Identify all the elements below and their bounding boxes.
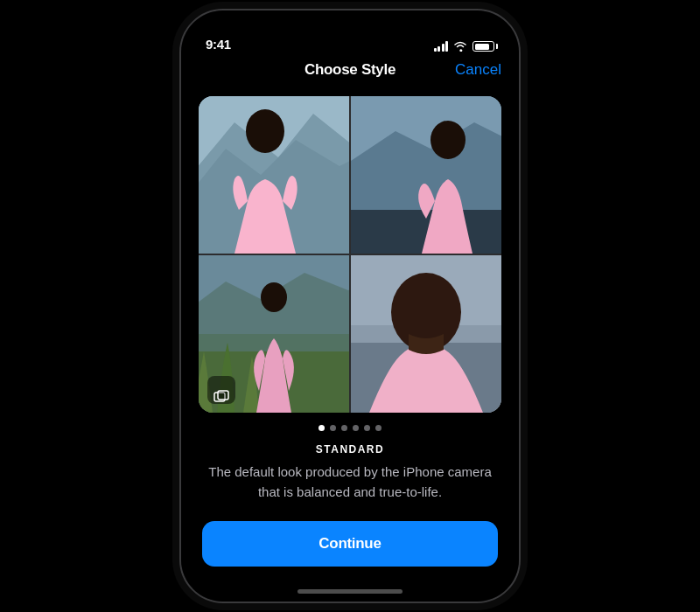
nav-title: Choose Style: [304, 61, 396, 79]
continue-btn-container: Continue: [181, 521, 519, 581]
signal-bar-2: [438, 46, 440, 52]
style-description: The default look produced by the iPhone …: [207, 462, 493, 502]
photo-cell-4[interactable]: [351, 255, 501, 413]
photo-cell-2[interactable]: [351, 96, 501, 254]
pagination-dots: [181, 413, 519, 440]
battery-fill: [475, 44, 489, 50]
svg-point-12: [261, 282, 287, 312]
battery-icon: [472, 41, 494, 52]
cancel-button[interactable]: Cancel: [455, 61, 501, 79]
pagination-dot-5[interactable]: [375, 425, 382, 431]
spacer: [181, 511, 519, 521]
svg-point-3: [246, 109, 284, 153]
svg-rect-14: [218, 391, 228, 400]
signal-bars-icon: [434, 41, 449, 52]
wifi-icon: [453, 41, 467, 52]
signal-bar-4: [445, 41, 448, 52]
status-icons: [434, 41, 495, 52]
phone-frame: 9:41: [179, 9, 521, 603]
style-info: STANDARD The default look produced by th…: [181, 440, 519, 511]
pagination-dot-1[interactable]: [330, 425, 336, 431]
photo-grid-container: [199, 96, 501, 413]
continue-button[interactable]: Continue: [202, 521, 498, 567]
pagination-dot-4[interactable]: [364, 425, 370, 431]
pagination-dot-3[interactable]: [353, 425, 359, 431]
style-name: STANDARD: [316, 443, 384, 456]
screen: 9:41: [181, 10, 519, 602]
signal-bar-1: [434, 48, 437, 52]
dynamic-island: [298, 21, 402, 51]
home-indicator: [181, 581, 519, 602]
gallery-overlay-icon: [207, 376, 235, 404]
continue-button-label: Continue: [318, 535, 381, 553]
signal-bar-3: [442, 44, 444, 52]
home-indicator-bar: [298, 589, 402, 594]
status-time: 9:41: [206, 37, 231, 52]
pagination-dot-2[interactable]: [341, 425, 347, 431]
photo-grid: [199, 96, 501, 413]
photo-cell-1[interactable]: [199, 96, 349, 254]
pagination-dot-0[interactable]: [318, 425, 325, 431]
svg-point-7: [430, 121, 466, 159]
photo-cell-3[interactable]: [199, 255, 349, 413]
